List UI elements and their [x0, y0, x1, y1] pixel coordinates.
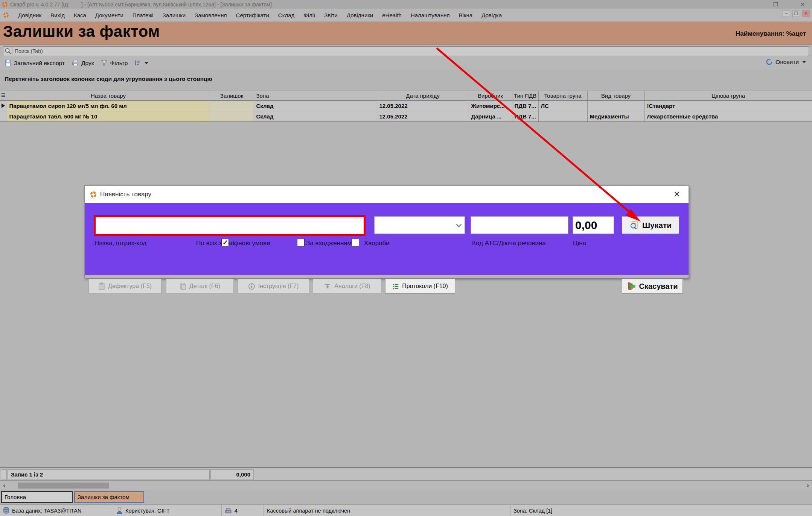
cell-vat[interactable]: ПДВ 7... [512, 111, 538, 122]
diseases-combobox[interactable] [374, 216, 465, 234]
price-input[interactable] [573, 216, 614, 234]
cell-tgroup[interactable] [538, 111, 587, 122]
table-row[interactable]: Парацетамол сироп 120 мг/5 мл фл. 60 мл … [0, 101, 812, 111]
rest-total-value: 0,000 [210, 469, 254, 480]
scroll-right-icon[interactable]: › [804, 482, 811, 489]
search-button-label: Шукати [642, 221, 672, 230]
mdi-minimize-icon[interactable]: – [783, 10, 790, 17]
footer-indicator-cell [1, 469, 7, 480]
column-header-tgroup[interactable]: Товарна група [538, 91, 587, 101]
refresh-button[interactable]: Оновити [765, 58, 806, 66]
search-product-button[interactable]: Шукати [622, 216, 679, 234]
export-button[interactable]: Загальний експорт [3, 59, 66, 67]
menu-vykhid[interactable]: Вихід [50, 12, 65, 18]
column-header-zone[interactable]: Зона [254, 91, 377, 101]
protocols-button[interactable]: Протоколи (F10) [385, 279, 455, 294]
instruction-button[interactable]: Інструкція (F7) [238, 279, 309, 294]
cell-producer[interactable]: Дарница ... [469, 111, 512, 122]
analogs-button[interactable]: Аналоги (F8) [313, 279, 381, 294]
atc-code-input[interactable] [471, 216, 568, 234]
menu-zalyshky[interactable]: Залишки [163, 12, 186, 18]
app-logo-icon [90, 191, 97, 198]
view-options-button[interactable] [133, 59, 150, 67]
dialog-body: Шукати Назва, штрих-код По всіх зонах Ці… [85, 203, 689, 278]
cell-zone[interactable]: Склад [254, 111, 377, 122]
print-button[interactable]: Друк [70, 59, 95, 67]
column-header-rest[interactable]: Залишок [210, 91, 254, 101]
mdi-restore-icon[interactable]: ❐ [792, 10, 800, 17]
cancel-button[interactable]: Скасувати [622, 279, 683, 294]
database-icon [3, 507, 9, 514]
minimize-icon[interactable]: – [744, 1, 753, 8]
menu-sklad[interactable]: Склад [278, 12, 294, 18]
menu-sertyfikaty[interactable]: Сертифікати [236, 12, 269, 18]
menu-dovidka[interactable]: Довідка [481, 12, 502, 18]
all-zones-label: По всіх зонах [196, 240, 236, 247]
menu-filii[interactable]: Філії [303, 12, 315, 18]
column-header-pricegroup[interactable]: Цінова група [644, 91, 812, 101]
menu-zamovlennia[interactable]: Замовлення [195, 12, 227, 18]
cell-pricegroup[interactable]: Лекарственные средства [644, 111, 812, 122]
dialog-close-icon[interactable]: ✕ [672, 190, 682, 199]
tab-stock-by-fact[interactable]: Залишки за фактом [74, 491, 144, 503]
diseases-checkbox[interactable] [352, 239, 359, 246]
cell-vat[interactable]: ПДВ 7... [512, 101, 538, 111]
filter-button[interactable]: Фільтр [99, 59, 129, 67]
pages-icon [180, 282, 186, 290]
menu-bar: Довідник Вихід Каса Документи Платежі За… [0, 9, 812, 22]
table-row[interactable]: Парацетамол табл. 500 мг № 10 Склад 12.0… [0, 111, 812, 122]
price-terms-checkbox[interactable] [221, 239, 229, 246]
cell-date[interactable]: 12.05.2022 [377, 111, 469, 122]
grid-menu-icon[interactable] [2, 93, 5, 98]
menu-kasa[interactable]: Каса [74, 12, 86, 18]
search-input[interactable] [12, 48, 809, 54]
column-header-producer[interactable]: Виробник [469, 91, 512, 101]
database-label: База даних: TASA3@TITAN [12, 508, 82, 514]
menu-platezhi[interactable]: Платежі [133, 12, 154, 18]
cell-rest[interactable] [210, 111, 254, 122]
cell-producer[interactable]: Житомирс... [469, 101, 512, 111]
scroll-left-icon[interactable]: ‹ [1, 482, 8, 489]
user-label: Користувач: GIFT [125, 508, 170, 514]
by-entry-label: За входженням [306, 240, 352, 247]
defect-button[interactable]: Дефектура (F5) [88, 279, 161, 294]
refresh-icon [765, 58, 773, 66]
scrollbar-thumb[interactable] [18, 483, 109, 489]
cell-date[interactable]: 12.05.2022 [377, 101, 469, 111]
column-header-date[interactable]: Дата прихіду [377, 91, 469, 101]
statusbar-devices: 4 [221, 505, 264, 516]
search-icon [4, 47, 12, 55]
menu-dovidnyk[interactable]: Довідник [18, 12, 41, 18]
menu-vikna[interactable]: Вікна [459, 12, 473, 18]
details-button-label: Деталі (F6) [189, 283, 220, 290]
cell-name[interactable]: Парацетамол сироп 120 мг/5 мл фл. 60 мл [7, 101, 210, 111]
availability-dialog: Наявність товару ✕ Шукати Назва, штрих-к… [84, 185, 689, 278]
cell-kind[interactable]: Медикаменты [587, 111, 644, 122]
cell-pricegroup[interactable]: !Стандарт [644, 101, 812, 111]
mdi-close-icon[interactable]: ✕ [802, 10, 810, 17]
cell-zone[interactable]: Склад [254, 101, 377, 111]
column-header-vat[interactable]: Тип ПДВ [512, 91, 538, 101]
column-header-kind[interactable]: Вид товару [587, 91, 644, 101]
menu-nalashtuvannia[interactable]: Налаштування [411, 12, 450, 18]
horizontal-scrollbar[interactable]: ‹ › [0, 481, 812, 490]
stock-table: Назва товару Залишок Зона Дата прихіду В… [0, 91, 812, 122]
filter-label: Фільтр [110, 60, 128, 67]
tab-home[interactable]: Головна [1, 491, 73, 503]
app-logo-icon [3, 12, 9, 18]
close-icon[interactable]: ✕ [798, 1, 807, 8]
product-name-input[interactable] [96, 217, 364, 234]
cell-tgroup[interactable]: ЛС [538, 101, 587, 111]
column-header-name[interactable]: Назва товару [7, 91, 210, 101]
menu-zvity[interactable]: Звіти [324, 12, 338, 18]
cell-kind[interactable] [587, 101, 644, 111]
price-terms-label: Цінові умови [232, 240, 270, 247]
menu-ehealth[interactable]: eHealth [382, 12, 402, 18]
cell-name[interactable]: Парацетамол табл. 500 мг № 10 [7, 111, 210, 122]
details-button[interactable]: Деталі (F6) [166, 279, 234, 294]
menu-dokumenty[interactable]: Документи [95, 12, 123, 18]
restore-icon[interactable]: ❐ [771, 1, 780, 8]
by-entry-checkbox[interactable] [297, 239, 305, 246]
menu-dovidnyky[interactable]: Довідники [347, 12, 373, 18]
cell-rest[interactable] [210, 101, 254, 111]
